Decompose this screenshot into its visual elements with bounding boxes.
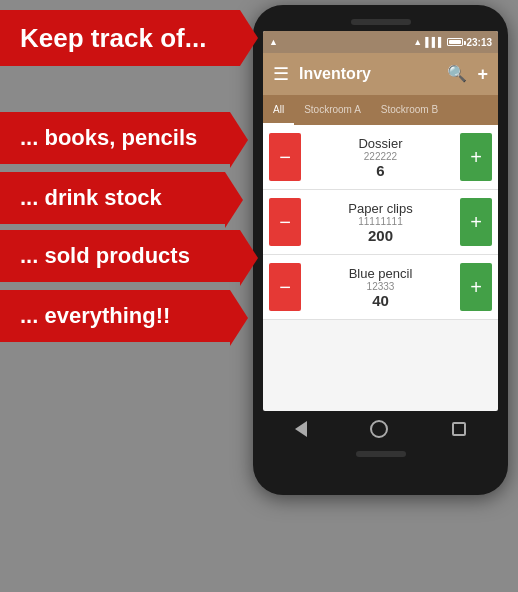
- phone-screen: ▲ ▲ ▌▌▌ 23:13 ☰ Inventory 🔍 + All: [263, 31, 498, 411]
- banner-sold-text: ... sold products: [20, 243, 190, 269]
- plus-button-1[interactable]: +: [460, 133, 492, 181]
- tab-all[interactable]: All: [263, 95, 294, 125]
- search-icon[interactable]: 🔍: [447, 64, 467, 85]
- minus-button-3[interactable]: −: [269, 263, 301, 311]
- item-name-1: Dossier: [307, 136, 454, 151]
- item-count-3: 40: [307, 292, 454, 309]
- item-code-3: 12333: [307, 281, 454, 292]
- inventory-item-3: − Blue pencil 12333 40 +: [263, 255, 498, 320]
- minus-button-2[interactable]: −: [269, 198, 301, 246]
- tab-stockroom-a[interactable]: Stockroom A: [294, 95, 371, 125]
- phone-device: ▲ ▲ ▌▌▌ 23:13 ☰ Inventory 🔍 + All: [253, 5, 508, 495]
- item-info-2: Paper clips 11111111 200: [307, 201, 454, 244]
- phone-nav: [263, 411, 498, 447]
- inventory-list: − Dossier 222222 6 + − Paper clips 1: [263, 125, 498, 320]
- banner-books: ... books, pencils: [0, 112, 230, 164]
- app-bar-actions: 🔍 +: [447, 64, 488, 85]
- item-code-1: 222222: [307, 151, 454, 162]
- status-icons: ▲ ▌▌▌ 23:13: [413, 37, 492, 48]
- item-count-2: 200: [307, 227, 454, 244]
- inventory-item-2: − Paper clips 11111111 200 +: [263, 190, 498, 255]
- phone-speaker: [351, 19, 411, 25]
- plus-button-3[interactable]: +: [460, 263, 492, 311]
- minus-button-1[interactable]: −: [269, 133, 301, 181]
- item-info-1: Dossier 222222 6: [307, 136, 454, 179]
- main-title-banner: Keep track of...: [0, 10, 240, 66]
- battery-icon: [447, 38, 463, 46]
- item-name-2: Paper clips: [307, 201, 454, 216]
- plus-button-2[interactable]: +: [460, 198, 492, 246]
- item-code-2: 11111111: [307, 216, 454, 227]
- banner-everything: ... everything!!: [0, 290, 230, 342]
- item-count-1: 6: [307, 162, 454, 179]
- inventory-item-1: − Dossier 222222 6 +: [263, 125, 498, 190]
- status-bar: ▲ ▲ ▌▌▌ 23:13: [263, 31, 498, 53]
- item-name-3: Blue pencil: [307, 266, 454, 281]
- phone-bottom-bar: [356, 451, 406, 457]
- home-button[interactable]: [370, 420, 388, 438]
- signal-strength-icon: ▌▌▌: [425, 37, 444, 47]
- wifi-icon: ▲: [413, 37, 422, 47]
- tab-stockroom-b[interactable]: Stockroom B: [371, 95, 448, 125]
- banner-books-text: ... books, pencils: [20, 125, 197, 151]
- banner-drink-text: ... drink stock: [20, 185, 162, 211]
- item-info-3: Blue pencil 12333 40: [307, 266, 454, 309]
- app-bar: ☰ Inventory 🔍 +: [263, 53, 498, 95]
- add-icon[interactable]: +: [477, 64, 488, 85]
- hamburger-icon[interactable]: ☰: [273, 63, 289, 85]
- banner-sold: ... sold products: [0, 230, 240, 282]
- banner-drink: ... drink stock: [0, 172, 225, 224]
- status-bar-left: ▲: [269, 37, 278, 47]
- app-title: Inventory: [299, 65, 437, 83]
- back-button[interactable]: [295, 421, 307, 437]
- banner-everything-text: ... everything!!: [20, 303, 170, 329]
- status-time: 23:13: [466, 37, 492, 48]
- main-title: Keep track of...: [20, 23, 206, 54]
- tab-row: All Stockroom A Stockroom B: [263, 95, 498, 125]
- signal-icon: ▲: [269, 37, 278, 47]
- recents-button[interactable]: [452, 422, 466, 436]
